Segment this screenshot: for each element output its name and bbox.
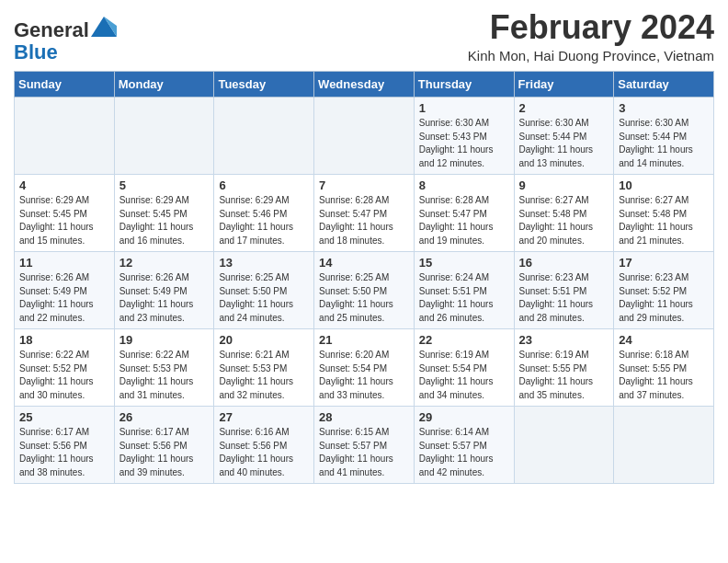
calendar-cell: 28Sunrise: 6:15 AM Sunset: 5:57 PM Dayli… bbox=[314, 407, 415, 484]
logo-general: General bbox=[14, 18, 89, 41]
day-info: Sunrise: 6:28 AM Sunset: 5:47 PM Dayligh… bbox=[419, 194, 509, 247]
day-number: 26 bbox=[119, 410, 210, 424]
page-header: General Blue February 2024 Kinh Mon, Hai… bbox=[14, 9, 714, 63]
calendar-cell bbox=[314, 98, 415, 175]
col-header-wednesday: Wednesday bbox=[314, 72, 415, 98]
day-info: Sunrise: 6:27 AM Sunset: 5:48 PM Dayligh… bbox=[619, 194, 709, 247]
day-number: 11 bbox=[19, 256, 109, 270]
logo-blue: Blue bbox=[14, 40, 58, 63]
day-number: 23 bbox=[519, 333, 609, 347]
title-area: February 2024 Kinh Mon, Hai Duong Provin… bbox=[468, 9, 714, 63]
day-number: 5 bbox=[119, 178, 210, 192]
day-info: Sunrise: 6:17 AM Sunset: 5:56 PM Dayligh… bbox=[119, 426, 210, 479]
day-info: Sunrise: 6:18 AM Sunset: 5:55 PM Dayligh… bbox=[619, 349, 709, 402]
day-info: Sunrise: 6:14 AM Sunset: 5:57 PM Dayligh… bbox=[419, 426, 509, 479]
calendar-cell: 19Sunrise: 6:22 AM Sunset: 5:53 PM Dayli… bbox=[114, 329, 214, 407]
calendar-cell: 14Sunrise: 6:25 AM Sunset: 5:50 PM Dayli… bbox=[314, 252, 415, 329]
day-number: 7 bbox=[319, 178, 409, 192]
day-info: Sunrise: 6:30 AM Sunset: 5:44 PM Dayligh… bbox=[619, 117, 709, 170]
day-number: 22 bbox=[419, 333, 509, 347]
logo-icon bbox=[91, 17, 117, 37]
calendar-cell: 2Sunrise: 6:30 AM Sunset: 5:44 PM Daylig… bbox=[514, 98, 614, 175]
day-number: 24 bbox=[619, 333, 709, 347]
calendar-cell bbox=[214, 98, 314, 175]
calendar-cell: 13Sunrise: 6:25 AM Sunset: 5:50 PM Dayli… bbox=[214, 252, 314, 329]
calendar-cell: 21Sunrise: 6:20 AM Sunset: 5:54 PM Dayli… bbox=[314, 329, 415, 407]
day-info: Sunrise: 6:26 AM Sunset: 5:49 PM Dayligh… bbox=[19, 271, 109, 325]
calendar-cell: 20Sunrise: 6:21 AM Sunset: 5:53 PM Dayli… bbox=[214, 329, 314, 407]
calendar-cell: 26Sunrise: 6:17 AM Sunset: 5:56 PM Dayli… bbox=[114, 407, 214, 484]
calendar-cell bbox=[514, 407, 614, 484]
calendar-cell: 1Sunrise: 6:30 AM Sunset: 5:43 PM Daylig… bbox=[414, 98, 514, 175]
day-info: Sunrise: 6:26 AM Sunset: 5:49 PM Dayligh… bbox=[119, 271, 210, 325]
day-info: Sunrise: 6:29 AM Sunset: 5:45 PM Dayligh… bbox=[119, 194, 210, 247]
col-header-saturday: Saturday bbox=[614, 72, 714, 98]
day-info: Sunrise: 6:17 AM Sunset: 5:56 PM Dayligh… bbox=[19, 426, 109, 479]
day-info: Sunrise: 6:25 AM Sunset: 5:50 PM Dayligh… bbox=[319, 271, 409, 325]
col-header-friday: Friday bbox=[514, 72, 614, 98]
calendar-cell: 17Sunrise: 6:23 AM Sunset: 5:52 PM Dayli… bbox=[614, 252, 714, 329]
day-number: 20 bbox=[219, 333, 309, 347]
day-number: 2 bbox=[519, 101, 609, 115]
calendar-cell: 22Sunrise: 6:19 AM Sunset: 5:54 PM Dayli… bbox=[414, 329, 514, 407]
day-info: Sunrise: 6:30 AM Sunset: 5:44 PM Dayligh… bbox=[519, 117, 609, 170]
day-info: Sunrise: 6:25 AM Sunset: 5:50 PM Dayligh… bbox=[219, 271, 309, 325]
calendar-cell: 6Sunrise: 6:29 AM Sunset: 5:46 PM Daylig… bbox=[214, 175, 314, 252]
calendar-cell: 12Sunrise: 6:26 AM Sunset: 5:49 PM Dayli… bbox=[114, 252, 214, 329]
calendar-cell bbox=[614, 407, 714, 484]
day-number: 15 bbox=[419, 256, 509, 270]
day-number: 3 bbox=[619, 101, 709, 115]
day-info: Sunrise: 6:23 AM Sunset: 5:51 PM Dayligh… bbox=[519, 271, 609, 325]
day-info: Sunrise: 6:20 AM Sunset: 5:54 PM Dayligh… bbox=[319, 349, 409, 402]
day-info: Sunrise: 6:19 AM Sunset: 5:54 PM Dayligh… bbox=[419, 349, 509, 402]
day-info: Sunrise: 6:23 AM Sunset: 5:52 PM Dayligh… bbox=[619, 271, 709, 325]
day-number: 19 bbox=[119, 333, 210, 347]
day-number: 8 bbox=[419, 178, 509, 192]
day-info: Sunrise: 6:28 AM Sunset: 5:47 PM Dayligh… bbox=[319, 194, 409, 247]
col-header-tuesday: Tuesday bbox=[214, 72, 314, 98]
col-header-thursday: Thursday bbox=[414, 72, 514, 98]
calendar-cell: 3Sunrise: 6:30 AM Sunset: 5:44 PM Daylig… bbox=[614, 98, 714, 175]
day-info: Sunrise: 6:19 AM Sunset: 5:55 PM Dayligh… bbox=[519, 349, 609, 402]
calendar-cell: 8Sunrise: 6:28 AM Sunset: 5:47 PM Daylig… bbox=[414, 175, 514, 252]
day-info: Sunrise: 6:21 AM Sunset: 5:53 PM Dayligh… bbox=[219, 349, 309, 402]
day-info: Sunrise: 6:27 AM Sunset: 5:48 PM Dayligh… bbox=[519, 194, 609, 247]
calendar-cell: 24Sunrise: 6:18 AM Sunset: 5:55 PM Dayli… bbox=[614, 329, 714, 407]
calendar-cell: 16Sunrise: 6:23 AM Sunset: 5:51 PM Dayli… bbox=[514, 252, 614, 329]
day-info: Sunrise: 6:15 AM Sunset: 5:57 PM Dayligh… bbox=[319, 426, 409, 479]
calendar-cell: 10Sunrise: 6:27 AM Sunset: 5:48 PM Dayli… bbox=[614, 175, 714, 252]
calendar-table: SundayMondayTuesdayWednesdayThursdayFrid… bbox=[14, 71, 714, 484]
col-header-monday: Monday bbox=[114, 72, 214, 98]
calendar-cell: 18Sunrise: 6:22 AM Sunset: 5:52 PM Dayli… bbox=[15, 329, 115, 407]
day-number: 10 bbox=[619, 178, 709, 192]
calendar-cell: 29Sunrise: 6:14 AM Sunset: 5:57 PM Dayli… bbox=[414, 407, 514, 484]
day-info: Sunrise: 6:29 AM Sunset: 5:45 PM Dayligh… bbox=[19, 194, 109, 247]
day-info: Sunrise: 6:22 AM Sunset: 5:53 PM Dayligh… bbox=[119, 349, 210, 402]
day-info: Sunrise: 6:29 AM Sunset: 5:46 PM Dayligh… bbox=[219, 194, 309, 247]
day-info: Sunrise: 6:16 AM Sunset: 5:56 PM Dayligh… bbox=[219, 426, 309, 479]
day-number: 29 bbox=[419, 410, 509, 424]
calendar-subtitle: Kinh Mon, Hai Duong Province, Vietnam bbox=[468, 48, 714, 63]
day-number: 27 bbox=[219, 410, 309, 424]
calendar-cell: 25Sunrise: 6:17 AM Sunset: 5:56 PM Dayli… bbox=[15, 407, 115, 484]
calendar-cell: 11Sunrise: 6:26 AM Sunset: 5:49 PM Dayli… bbox=[15, 252, 115, 329]
day-info: Sunrise: 6:22 AM Sunset: 5:52 PM Dayligh… bbox=[19, 349, 109, 402]
day-number: 1 bbox=[419, 101, 509, 115]
day-number: 14 bbox=[319, 256, 409, 270]
day-number: 25 bbox=[19, 410, 109, 424]
logo: General Blue bbox=[14, 17, 117, 63]
day-number: 16 bbox=[519, 256, 609, 270]
day-number: 12 bbox=[119, 256, 210, 270]
day-number: 18 bbox=[19, 333, 109, 347]
col-header-sunday: Sunday bbox=[15, 72, 115, 98]
day-info: Sunrise: 6:30 AM Sunset: 5:43 PM Dayligh… bbox=[419, 117, 509, 170]
calendar-cell: 7Sunrise: 6:28 AM Sunset: 5:47 PM Daylig… bbox=[314, 175, 415, 252]
calendar-cell: 23Sunrise: 6:19 AM Sunset: 5:55 PM Dayli… bbox=[514, 329, 614, 407]
day-number: 28 bbox=[319, 410, 409, 424]
calendar-cell: 9Sunrise: 6:27 AM Sunset: 5:48 PM Daylig… bbox=[514, 175, 614, 252]
calendar-cell bbox=[15, 98, 115, 175]
day-number: 6 bbox=[219, 178, 309, 192]
day-number: 17 bbox=[619, 256, 709, 270]
day-number: 13 bbox=[219, 256, 309, 270]
calendar-cell: 15Sunrise: 6:24 AM Sunset: 5:51 PM Dayli… bbox=[414, 252, 514, 329]
